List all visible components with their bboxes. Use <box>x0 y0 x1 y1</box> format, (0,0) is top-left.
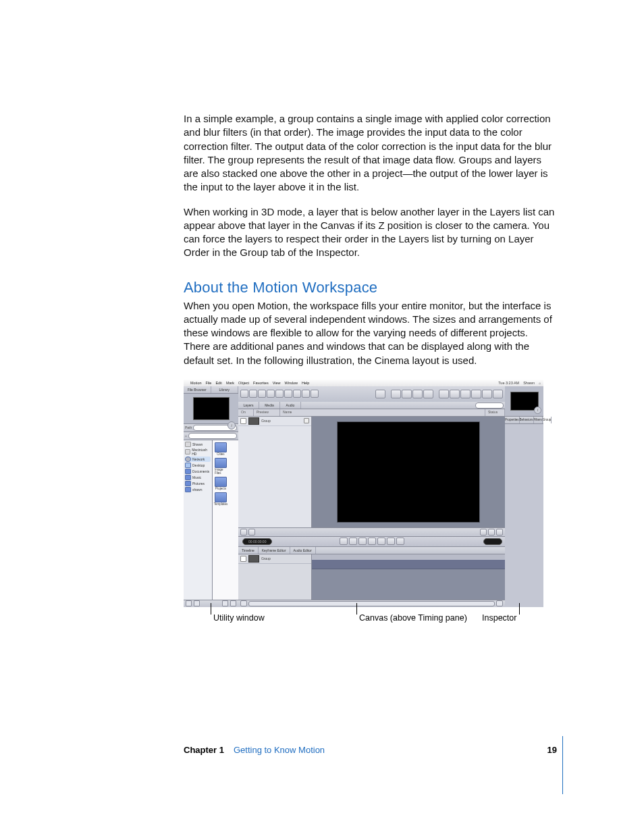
tab-keyframe-editor[interactable]: Keyframe Editor <box>259 547 290 554</box>
track-name: Group <box>261 556 271 561</box>
tab-audio[interactable]: Audio <box>280 402 301 409</box>
content-area: In a simple example, a group contains a … <box>184 112 557 625</box>
file-item[interactable]: Cities <box>215 442 227 456</box>
layer-row[interactable]: Group <box>238 417 311 426</box>
timecode-display[interactable]: 00:00:00:00 <box>242 538 272 545</box>
view-button[interactable] <box>496 529 503 536</box>
file-item[interactable]: Templates <box>215 492 227 506</box>
toolbar-button[interactable] <box>275 390 284 398</box>
toolbar-button[interactable] <box>293 390 301 398</box>
menubar-user[interactable]: Shawn <box>523 381 535 385</box>
go-end-button[interactable] <box>377 538 385 545</box>
toolbar-hud[interactable] <box>439 390 449 398</box>
menu-window[interactable]: Window <box>284 381 298 385</box>
play-button[interactable] <box>358 538 367 545</box>
layers-search[interactable] <box>475 402 504 409</box>
toolbar-button[interactable] <box>240 390 248 398</box>
zoom-slider[interactable] <box>248 601 495 606</box>
add-button[interactable] <box>240 529 247 536</box>
sidebar-item-user[interactable]: shawn <box>185 487 211 492</box>
info-icon[interactable]: i <box>227 421 236 429</box>
canvas[interactable] <box>312 417 505 527</box>
toolbar-timing[interactable] <box>493 390 503 398</box>
transport-bar: 00:00:00:00 <box>238 537 505 547</box>
new-folder-button[interactable] <box>222 600 228 606</box>
lock-icon[interactable] <box>304 418 309 423</box>
toolbar-replicate[interactable] <box>423 390 433 398</box>
timeline-track-area[interactable] <box>312 554 505 600</box>
spotlight-icon[interactable]: ⌕ <box>539 381 541 385</box>
menu-edit[interactable]: Edit <box>215 381 221 385</box>
file-item[interactable]: Image Files <box>215 458 227 475</box>
tab-media[interactable]: Media <box>259 402 280 409</box>
timing-pane: Group <box>238 554 505 600</box>
zoom-button[interactable] <box>480 529 487 536</box>
track-checkbox[interactable] <box>240 556 246 562</box>
menu-favorites[interactable]: Favorites <box>253 381 269 385</box>
toolbar-new-camera[interactable] <box>375 390 385 398</box>
view-icon-button[interactable] <box>194 600 200 606</box>
sidebar-item-documents[interactable]: Documents <box>185 469 211 474</box>
record-button[interactable] <box>387 538 395 545</box>
toolbar-library[interactable] <box>460 390 471 398</box>
search-input[interactable] <box>188 433 237 439</box>
toolbar-add-filter[interactable] <box>402 390 412 398</box>
col-name[interactable]: Name <box>280 409 485 416</box>
toolbar-project[interactable] <box>482 390 492 398</box>
menu-object[interactable]: Object <box>238 381 249 385</box>
zoom-out-button[interactable] <box>240 600 247 606</box>
tab-group[interactable]: Group <box>543 417 552 423</box>
col-preview[interactable]: Preview <box>254 409 280 416</box>
menu-mark[interactable]: Mark <box>226 381 234 385</box>
remove-button[interactable] <box>248 529 255 536</box>
tab-layers[interactable]: Layers <box>238 402 259 409</box>
info-icon[interactable]: i <box>534 407 541 414</box>
zoom-in-button[interactable] <box>496 600 503 606</box>
sidebar-item-desktop[interactable]: Desktop <box>185 463 211 468</box>
fit-button[interactable] <box>488 529 495 536</box>
toolbar-button[interactable] <box>302 390 310 398</box>
tab-properties[interactable]: Properties <box>505 417 520 423</box>
toolbar-button[interactable] <box>249 390 257 398</box>
file-browser-area[interactable]: Cities Image Files Projects Templates <box>213 440 238 600</box>
menu-file[interactable]: File <box>206 381 212 385</box>
toolbar-add-behavior[interactable] <box>391 390 401 398</box>
step-forward-button[interactable] <box>368 538 376 545</box>
col-on[interactable]: On <box>238 409 254 416</box>
tab-audio-editor[interactable]: Audio Editor <box>290 547 316 554</box>
layer-checkbox[interactable] <box>240 418 246 424</box>
sidebar-item-network[interactable]: Network <box>185 457 211 462</box>
sidebar-item-music[interactable]: Music <box>185 475 211 480</box>
folder-icon <box>215 477 227 487</box>
loop-button[interactable] <box>396 538 404 545</box>
toolbar-button[interactable] <box>311 390 319 398</box>
menu-view[interactable]: View <box>273 381 281 385</box>
sidebar-item-pictures[interactable]: Pictures <box>185 481 211 486</box>
sidebar-item-shawn[interactable]: Shawn <box>185 442 211 447</box>
toolbar-file-browser[interactable] <box>450 390 460 398</box>
import-button[interactable] <box>230 600 236 606</box>
toolbar-inspector[interactable] <box>471 390 481 398</box>
chapter-label: Chapter 1 <box>184 745 224 755</box>
toolbar-button[interactable] <box>284 390 292 398</box>
step-back-button[interactable] <box>349 538 357 545</box>
menu-motion[interactable]: Motion <box>190 381 202 385</box>
tab-timeline[interactable]: Timeline <box>238 547 259 554</box>
toolbar-button[interactable] <box>267 390 275 398</box>
toolbar-make-particles[interactable] <box>412 390 423 398</box>
file-item[interactable]: Projects <box>215 477 227 490</box>
timeline-clip[interactable] <box>312 560 505 569</box>
duration-display[interactable] <box>483 538 502 545</box>
tab-filters[interactable]: Filters <box>534 417 543 423</box>
tab-behaviors[interactable]: Behaviors <box>520 417 534 423</box>
go-start-button[interactable] <box>340 538 348 545</box>
chapter-title: Getting to Know Motion <box>234 745 325 755</box>
timeline-row[interactable]: Group <box>238 554 311 564</box>
view-list-button[interactable] <box>186 600 192 606</box>
tab-library[interactable]: Library <box>211 386 239 393</box>
toolbar-button[interactable] <box>258 390 266 398</box>
sidebar-item-macintosh-hd[interactable]: Macintosh HD <box>185 448 211 456</box>
col-status[interactable]: Status <box>485 409 505 416</box>
tab-file-browser[interactable]: File Browser <box>184 386 211 393</box>
menu-help[interactable]: Help <box>302 381 309 385</box>
